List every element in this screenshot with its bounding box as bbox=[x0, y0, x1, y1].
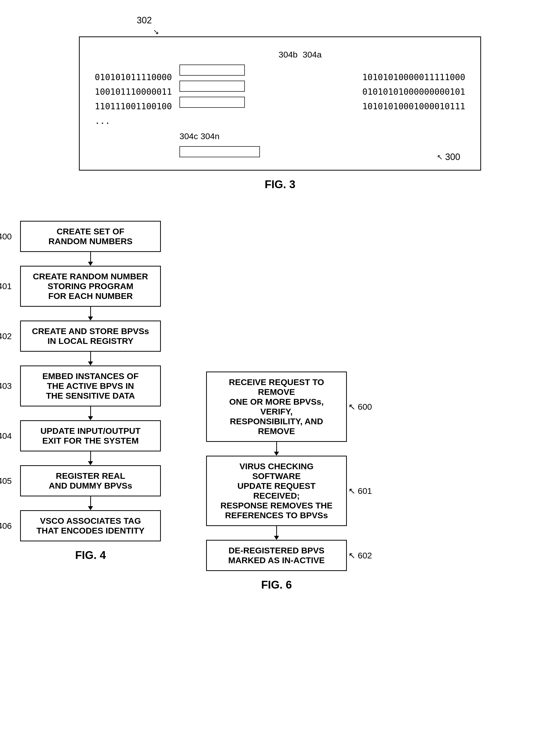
node-405: REGISTER REAL AND DUMMY BPVSs bbox=[20, 465, 161, 496]
binary-left-3: 110111001100100 bbox=[95, 101, 172, 111]
arrow-402-403 bbox=[88, 352, 93, 365]
node-400-wrapper: 400 ↗ CREATE SET OF RANDOM NUMBERS bbox=[20, 221, 161, 252]
fig3-left-numbers: 010101011110000 100101110000011 11011100… bbox=[95, 65, 172, 126]
label-404: 404 bbox=[0, 431, 12, 441]
fig3-bottom-labels: 304c 304n bbox=[179, 131, 260, 141]
label-601: ↖ 601 bbox=[348, 486, 372, 496]
node-401-wrapper: 401 ↗ CREATE RANDOM NUMBER STORING PROGR… bbox=[20, 266, 161, 307]
fig6-caption: FIG. 6 bbox=[261, 578, 292, 591]
arrow-405-406 bbox=[88, 496, 93, 510]
node-403-wrapper: 403 ↗ EMBED INSTANCES OF THE ACTIVE BPVS… bbox=[20, 365, 161, 406]
node-406: VSCO ASSOCIATES TAG THAT ENCODES IDENTIT… bbox=[20, 510, 161, 541]
fig3-box: 304b 304a 010101011110000 10010111000001… bbox=[79, 36, 481, 171]
spacer bbox=[179, 113, 260, 124]
label-304a: 304a bbox=[303, 50, 322, 60]
node-601-wrapper: VIRUS CHECKING SOFTWARE UPDATE REQUEST R… bbox=[206, 456, 347, 526]
arrow-401-402 bbox=[88, 307, 93, 321]
node-402: CREATE AND STORE BPVSs IN LOCAL REGISTRY bbox=[20, 321, 161, 352]
fig4-fig6-row: 400 ↗ CREATE SET OF RANDOM NUMBERS 401 ↗… bbox=[20, 221, 540, 591]
label-304n: 304n bbox=[201, 131, 220, 141]
binary-right-3: 10101010001000010111 bbox=[362, 101, 465, 111]
fig3-top-labels: 304b 304a bbox=[135, 50, 465, 60]
arrow-400-401 bbox=[88, 252, 93, 266]
binary-right-1: 10101010000011111000 bbox=[362, 72, 465, 82]
label-602: ↖ 602 bbox=[348, 550, 372, 560]
arrow-600-601 bbox=[274, 442, 279, 456]
fig4-section: 400 ↗ CREATE SET OF RANDOM NUMBERS 401 ↗… bbox=[20, 221, 161, 561]
rect-304a-1 bbox=[179, 65, 245, 76]
label-406: 406 bbox=[0, 521, 12, 531]
label-600: ↖ 600 bbox=[348, 402, 372, 412]
label-401: 401 bbox=[0, 281, 12, 291]
arrow-302: ↘ bbox=[153, 28, 481, 36]
label-405: 405 bbox=[0, 476, 12, 486]
node-600-wrapper: RECEIVE REQUEST TO REMOVE ONE OR MORE BP… bbox=[206, 371, 347, 442]
node-602-wrapper: DE-REGISTERED BPVS MARKED AS IN-ACTIVE ↖… bbox=[206, 540, 347, 571]
binary-left-1: 010101011110000 bbox=[95, 72, 172, 82]
arrow-404-405 bbox=[88, 451, 93, 465]
fig3-caption: FIG. 3 bbox=[265, 178, 295, 191]
fig3-right-numbers: 10101010000011111000 0101010100000000010… bbox=[362, 65, 465, 111]
arrow-403-404 bbox=[88, 406, 93, 420]
label-300-group: ↖ 300 bbox=[437, 152, 460, 162]
label-300: 300 bbox=[445, 152, 460, 162]
rect-304a-3 bbox=[179, 97, 245, 108]
arrow-300: ↖ bbox=[437, 153, 443, 161]
binary-right-2: 01010101000000000101 bbox=[362, 87, 465, 97]
node-602: DE-REGISTERED BPVS MARKED AS IN-ACTIVE bbox=[206, 540, 347, 571]
fig3-section: 302 ↘ 304b 304a 010101011110000 10010111… bbox=[20, 15, 540, 191]
node-601: VIRUS CHECKING SOFTWARE UPDATE REQUEST R… bbox=[206, 456, 347, 526]
arrow-601-602 bbox=[274, 526, 279, 540]
label-402: 402 bbox=[0, 331, 12, 341]
rect-304n bbox=[179, 146, 260, 157]
label-302: 302 bbox=[137, 15, 481, 26]
node-404-wrapper: 404 ↗ UPDATE INPUT/OUTPUT EXIT FOR THE S… bbox=[20, 420, 161, 451]
fig4-caption: FIG. 4 bbox=[75, 549, 106, 561]
node-401: CREATE RANDOM NUMBER STORING PROGRAM FOR… bbox=[20, 266, 161, 307]
node-400: CREATE SET OF RANDOM NUMBERS bbox=[20, 221, 161, 252]
ellipsis: ... bbox=[95, 116, 172, 126]
node-404: UPDATE INPUT/OUTPUT EXIT FOR THE SYSTEM bbox=[20, 420, 161, 451]
node-600: RECEIVE REQUEST TO REMOVE ONE OR MORE BP… bbox=[206, 371, 347, 442]
fig6-section: RECEIVE REQUEST TO REMOVE ONE OR MORE BP… bbox=[206, 221, 347, 591]
node-402-wrapper: 402 ↗ CREATE AND STORE BPVSs IN LOCAL RE… bbox=[20, 321, 161, 352]
node-403: EMBED INSTANCES OF THE ACTIVE BPVS IN TH… bbox=[20, 365, 161, 406]
label-304b: 304b bbox=[278, 50, 298, 60]
fig3-middle-rects: 304c 304n bbox=[179, 65, 260, 157]
node-406-wrapper: 406 ↗ VSCO ASSOCIATES TAG THAT ENCODES I… bbox=[20, 510, 161, 541]
rect-304a-2 bbox=[179, 81, 245, 92]
label-304c: 304c bbox=[179, 131, 198, 141]
node-405-wrapper: 405 ↗ REGISTER REAL AND DUMMY BPVSs bbox=[20, 465, 161, 496]
label-403: 403 bbox=[0, 381, 12, 391]
label-400: 400 bbox=[0, 232, 12, 242]
binary-left-2: 100101110000011 bbox=[95, 87, 172, 97]
